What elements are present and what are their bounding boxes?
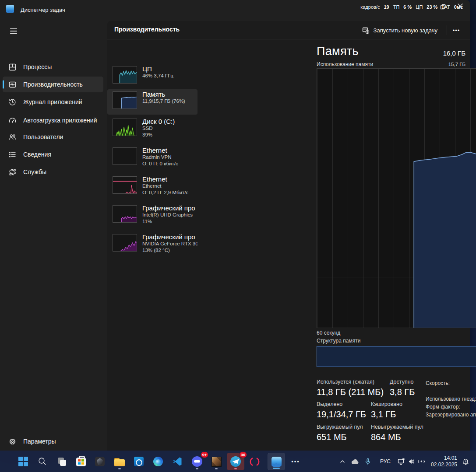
perf-item-sub: NVIDIA GeForce RTX 306	[142, 241, 197, 247]
start-button[interactable]	[14, 453, 32, 470]
sidebar-item-label: Сведения	[23, 150, 100, 158]
taskbar-app-opera-gx[interactable]	[246, 453, 263, 470]
perf-item-sub: 46% 3,74 ГГц	[142, 73, 173, 79]
perf-item-gpu-intel[interactable]: Графический про Intel(R) UHD Graphics 11…	[107, 203, 197, 231]
services-icon	[8, 168, 17, 176]
sidebar-item-processes[interactable]: Процессы	[3, 59, 103, 75]
ethernet2-thumbnail-chart	[113, 176, 137, 194]
sidebar-item-settings[interactable]: Параметры	[3, 434, 103, 449]
overlay-tp-label: ТП	[393, 4, 400, 10]
running-indicator	[234, 468, 237, 469]
task-view-button[interactable]	[53, 453, 71, 470]
battery-charging-icon	[418, 458, 426, 465]
sidebar-item-label: Процессы	[23, 63, 100, 71]
desktop: Диспетчер задач кадров/с 19 ТП 6 % ЦП 23…	[0, 0, 476, 472]
taskbar-app-discord[interactable]: 9+	[188, 453, 206, 470]
edge-icon	[153, 457, 163, 466]
dark-launcher-icon	[95, 457, 105, 466]
taskbar-app-game[interactable]	[208, 453, 225, 470]
taskbar-search-button[interactable]	[34, 453, 51, 470]
content-header: Производительность Запустить новую задач…	[107, 21, 470, 39]
sidebar-item-label: Автозагрузка приложений	[23, 116, 100, 124]
memory-total: 16,0 ГБ	[443, 49, 465, 57]
search-icon	[38, 457, 47, 466]
file-explorer-icon	[114, 458, 125, 466]
tray-microphone[interactable]	[362, 453, 374, 470]
taskbar-app-telegram[interactable]: 36	[227, 453, 244, 470]
disk-thumbnail-chart	[113, 119, 137, 136]
perf-item-disk[interactable]: Диск 0 (C:) SSD 39%	[107, 116, 197, 144]
restore-window-icon[interactable]	[438, 2, 448, 11]
close-icon[interactable]	[455, 2, 465, 10]
running-indicator	[196, 468, 198, 469]
taskbar-app-outlook[interactable]	[130, 453, 148, 470]
tray-onedrive[interactable]	[349, 453, 361, 470]
taskbar-app-explorer[interactable]	[111, 453, 128, 470]
gpu1-thumbnail-chart	[113, 234, 137, 252]
content-pane: Производительность Запустить новую задач…	[107, 21, 470, 451]
show-desktop-button[interactable]	[471, 451, 476, 472]
performance-device-list: ЦП 46% 3,74 ГГц Память 11,9/15,7 ГБ (76%…	[107, 39, 201, 451]
perf-item-title: Графический про	[142, 204, 195, 212]
perf-item-title: Графический про	[142, 233, 197, 241]
perf-item-sub2: О: 0,2 П: 2,9 Мбит/с	[142, 189, 188, 196]
perf-item-ethernet-1[interactable]: Ethernet Radmin VPN О: 0 П: 0 кбит/с	[107, 145, 197, 173]
microphone-icon	[364, 458, 371, 465]
perf-item-sub2: 39%	[142, 132, 175, 138]
perf-item-cpu[interactable]: ЦП 46% 3,74 ГГц	[107, 64, 197, 88]
notification-bell-button[interactable]	[460, 453, 471, 470]
stat-committed: Выделено 19,1/34,7 ГБ	[317, 401, 366, 420]
detail-hw-reserved: Зарезервировано аппаратно: 262 МБ	[426, 411, 476, 419]
clock[interactable]: 14:01 02.02.2025	[429, 453, 459, 470]
new-task-icon	[362, 27, 370, 34]
taskbar-overflow-button[interactable]: •••	[287, 453, 304, 470]
sidebar-item-services[interactable]: Службы	[3, 164, 103, 180]
taskbar-app-edge[interactable]	[149, 453, 167, 470]
microsoft-store-icon	[76, 458, 86, 466]
sidebar-item-users[interactable]: Пользователи	[3, 129, 103, 145]
taskbar-app-vscode[interactable]	[169, 453, 186, 470]
taskbar-app-launcher[interactable]	[91, 453, 109, 470]
overlay-cpu-label: ЦП	[416, 4, 423, 10]
run-new-task-button[interactable]: Запустить новую задачу	[358, 24, 442, 37]
gpu0-thumbnail-chart	[113, 205, 137, 223]
run-new-task-label: Запустить новую задачу	[374, 27, 437, 34]
perf-item-memory[interactable]: Память 11,9/15,7 ГБ (76%)	[107, 89, 197, 115]
sidebar-item-startup-apps[interactable]: Автозагрузка приложений	[3, 110, 103, 131]
sidebar-item-performance[interactable]: Производительность	[3, 77, 103, 92]
taskbar-app-task-manager[interactable]	[268, 453, 285, 470]
app-history-icon	[8, 98, 17, 106]
memory-title: Память	[317, 45, 359, 58]
sidebar-item-details[interactable]: Сведения	[3, 147, 103, 162]
stat-cached: Кэшировано 3,1 ГБ	[371, 401, 402, 420]
telegram-icon	[230, 456, 241, 467]
tray-chevron-button[interactable]	[336, 453, 349, 470]
details-icon	[8, 150, 17, 159]
task-view-icon	[57, 457, 67, 466]
perf-item-ethernet-2[interactable]: Ethernet Ethernet О: 0,2 П: 2,9 Мбит/с	[107, 174, 197, 202]
sidebar-item-app-history[interactable]: Журнал приложений	[3, 94, 103, 110]
sidebar-item-label: Производительность	[23, 80, 100, 88]
hamburger-menu-icon[interactable]	[5, 24, 22, 38]
perf-item-title: ЦП	[142, 65, 173, 73]
tray-network[interactable]	[395, 453, 407, 470]
task-manager-app-icon	[6, 5, 14, 13]
detail-form-factor: Форм-фактор: SODIMM	[426, 403, 476, 411]
taskbar-app-store[interactable]	[72, 453, 90, 470]
language-indicator[interactable]: РУС	[377, 453, 393, 470]
tray-battery[interactable]	[416, 453, 427, 470]
cpu-thumbnail-chart	[113, 66, 137, 84]
perf-item-sub: Radmin VPN	[142, 154, 178, 161]
overlay-cpu-value: 23 %	[427, 4, 437, 10]
running-indicator	[118, 468, 121, 469]
stat-non-paged-pool: Невыгружаемый пул 864 МБ	[371, 424, 423, 442]
tray-volume[interactable]	[406, 453, 417, 470]
perf-item-gpu-nvidia[interactable]: Графический про NVIDIA GeForce RTX 306 1…	[107, 232, 197, 260]
more-options-button[interactable]: •••	[449, 24, 464, 37]
stat-available: Доступно 3,8 ГБ	[390, 379, 415, 397]
ethernet1-thumbnail-chart	[113, 147, 137, 165]
perf-item-sub: Ethernet	[142, 183, 188, 189]
perf-item-title: Ethernet	[142, 147, 178, 154]
task-manager-window: Диспетчер задач кадров/с 19 ТП 6 % ЦП 23…	[0, 0, 470, 451]
memory-hardware-details: Скорость: 3200 МТ/с Использовано гнезд: …	[426, 379, 476, 419]
